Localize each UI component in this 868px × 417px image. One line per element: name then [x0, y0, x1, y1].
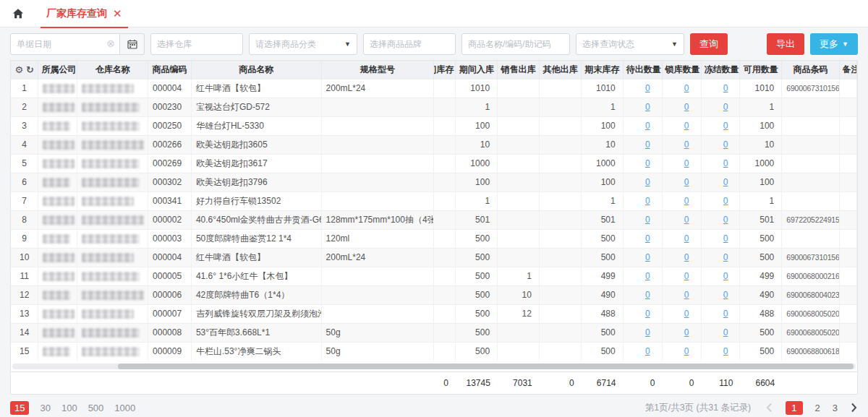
status-select[interactable]: 选择查询状态 ▼ — [576, 33, 684, 55]
frozen-qty-link[interactable]: 0 — [723, 346, 728, 356]
table-row[interactable]: 1 000004 红牛啤酒【软包】 200mL*24 1010 1010 0 0… — [11, 79, 857, 98]
table-row[interactable]: 3 000250 华雄台灯HL-5330 100 100 0 0 0 100 — [11, 116, 857, 135]
prev-page-icon[interactable] — [765, 403, 773, 413]
table-row[interactable]: 11 000005 41.6° 1*6小红牛【木包】 500 1 499 0 0… — [11, 267, 857, 285]
table-row[interactable]: 9 000003 50度郎牌特曲鉴赏12 1*4 120ml 500 500 0… — [11, 229, 857, 248]
pending-qty-link[interactable]: 0 — [645, 252, 650, 262]
table-row[interactable]: 6 000302 欧美达钥匙扣3796 100 100 0 0 0 100 — [11, 173, 857, 192]
closing-stock-cell: 488 — [581, 304, 623, 323]
tab-factory-stock-query[interactable]: 厂家库存查询 ✕ — [42, 0, 127, 27]
frozen-qty-link[interactable]: 0 — [723, 83, 728, 93]
table-row[interactable]: 2 000230 宝视达台灯GD-572 1 1 0 0 0 1 — [11, 98, 857, 116]
table-row[interactable]: 7 000341 好力得自行车锁13502 1 1 0 0 0 1 — [11, 192, 857, 210]
frozen-qty-link[interactable]: 0 — [723, 215, 728, 225]
locked-qty-link[interactable]: 0 — [684, 252, 689, 262]
page-number[interactable]: 2 — [815, 403, 820, 413]
page-number[interactable]: 3 — [833, 403, 838, 413]
pending-qty-link[interactable]: 0 — [645, 233, 650, 244]
page-size-option[interactable]: 1000 — [114, 403, 135, 413]
locked-qty-link[interactable]: 0 — [684, 83, 689, 93]
warehouse-cell — [77, 285, 148, 304]
home-icon[interactable] — [12, 7, 26, 21]
clear-date-icon[interactable]: ⊗ — [106, 38, 115, 48]
frozen-qty-link[interactable]: 0 — [723, 158, 728, 168]
pending-qty-link[interactable]: 0 — [645, 309, 650, 319]
table-row[interactable]: 12 000006 42度郎牌特曲T6（1*4） 500 10 490 0 0 … — [11, 285, 857, 304]
redacted-company — [43, 197, 75, 206]
locked-qty-link[interactable]: 0 — [684, 327, 689, 338]
category-select[interactable]: 请选择商品分类 ▼ — [249, 33, 357, 55]
pending-qty-link[interactable]: 0 — [645, 327, 650, 338]
page-size-option[interactable]: 100 — [61, 403, 77, 413]
pending-qty-link[interactable]: 0 — [645, 346, 650, 356]
table-row[interactable]: 10 000004 红牛啤酒【软包】 200mL*24 500 500 0 0 … — [11, 248, 857, 267]
page-info: 第1页/共3页 (共31 条记录) — [645, 402, 752, 414]
locked-qty-link[interactable]: 0 — [684, 121, 689, 131]
export-button[interactable]: 导出 — [767, 33, 804, 55]
spec-cell: 120ml — [321, 229, 434, 248]
locked-qty-link[interactable]: 0 — [684, 158, 689, 168]
warehouse-input[interactable] — [150, 33, 243, 55]
page-size-option[interactable]: 15 — [10, 401, 29, 415]
page-number[interactable]: 1 — [786, 401, 802, 415]
date-input[interactable] — [10, 33, 120, 55]
calendar-button[interactable] — [120, 33, 145, 55]
search-button[interactable]: 查询 — [690, 33, 728, 55]
locked-qty-link[interactable]: 0 — [684, 215, 689, 225]
frozen-qty-link[interactable]: 0 — [723, 121, 728, 131]
row-index: 2 — [11, 98, 38, 116]
col-warehouse: 仓库名称 — [77, 61, 148, 79]
pending-qty-cell: 0 — [623, 304, 662, 323]
frozen-qty-link[interactable]: 0 — [723, 233, 728, 244]
frozen-qty-cell: 0 — [701, 229, 740, 248]
warehouse-cell — [77, 98, 148, 116]
pending-qty-link[interactable]: 0 — [645, 196, 650, 206]
locked-qty-link[interactable]: 0 — [684, 139, 689, 150]
pending-qty-link[interactable]: 0 — [645, 290, 650, 300]
horizontal-scrollbar[interactable] — [12, 364, 856, 369]
table-row[interactable]: 14 000008 53°百年郎3.668L*1 50g 500 500 0 0… — [11, 323, 857, 342]
frozen-qty-link[interactable]: 0 — [723, 271, 728, 281]
frozen-qty-cell: 0 — [701, 323, 740, 342]
scrollbar-thumb[interactable] — [118, 364, 854, 369]
locked-qty-link[interactable]: 0 — [684, 233, 689, 244]
locked-qty-link[interactable]: 0 — [684, 177, 689, 187]
table-row[interactable]: 8 000002 40.6°450ml金奖特曲古井贡酒-G6*4 128mm*1… — [11, 210, 857, 229]
frozen-qty-link[interactable]: 0 — [723, 290, 728, 300]
frozen-qty-link[interactable]: 0 — [723, 139, 728, 150]
table-row[interactable]: 4 000266 欧美达钥匙扣3605 10 10 0 0 0 10 — [11, 135, 857, 154]
next-page-icon[interactable] — [850, 403, 858, 413]
pending-qty-link[interactable]: 0 — [645, 139, 650, 150]
tab-close-icon[interactable]: ✕ — [113, 8, 122, 19]
more-button[interactable]: 更多 ▼ — [810, 33, 858, 55]
locked-qty-link[interactable]: 0 — [684, 346, 689, 356]
locked-qty-link[interactable]: 0 — [684, 271, 689, 281]
frozen-qty-link[interactable]: 0 — [723, 309, 728, 319]
table-row[interactable]: 5 000269 欧美达钥匙扣3617 1000 1000 0 0 0 1000 — [11, 154, 857, 173]
pending-qty-link[interactable]: 0 — [645, 102, 650, 112]
table-row[interactable]: 15 000009 牛栏山.53°净爽二锅头 50g 500 500 0 0 0… — [11, 342, 857, 361]
table-row[interactable]: 13 000007 吉列威锋旋转双层刀架及剃须泡泡组 500 12 488 0 … — [11, 304, 857, 323]
pending-qty-link[interactable]: 0 — [645, 215, 650, 225]
pending-qty-cell: 0 — [623, 267, 662, 285]
pending-qty-link[interactable]: 0 — [645, 83, 650, 93]
brand-input[interactable] — [363, 33, 456, 55]
frozen-qty-link[interactable]: 0 — [723, 196, 728, 206]
pending-qty-link[interactable]: 0 — [645, 158, 650, 168]
refresh-icon[interactable]: ↻ — [26, 65, 34, 74]
page-size-option[interactable]: 500 — [88, 403, 104, 413]
locked-qty-link[interactable]: 0 — [684, 196, 689, 206]
pending-qty-link[interactable]: 0 — [645, 271, 650, 281]
page-size-option[interactable]: 30 — [40, 403, 50, 413]
locked-qty-link[interactable]: 0 — [684, 309, 689, 319]
frozen-qty-link[interactable]: 0 — [723, 252, 728, 262]
pending-qty-link[interactable]: 0 — [645, 121, 650, 131]
gear-icon[interactable]: ⚙ — [14, 65, 23, 74]
pending-qty-link[interactable]: 0 — [645, 177, 650, 187]
locked-qty-link[interactable]: 0 — [684, 290, 689, 300]
frozen-qty-link[interactable]: 0 — [723, 177, 728, 187]
frozen-qty-link[interactable]: 0 — [723, 327, 728, 338]
locked-qty-link[interactable]: 0 — [684, 102, 689, 112]
product-search-input[interactable] — [461, 33, 570, 55]
frozen-qty-link[interactable]: 0 — [723, 102, 728, 112]
